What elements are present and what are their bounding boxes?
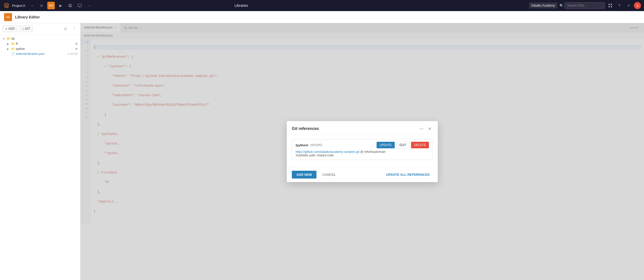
- play-icon-btn[interactable]: ▶: [57, 2, 64, 9]
- update-button[interactable]: UPDATE: [377, 142, 395, 148]
- add-new-button[interactable]: ADD NEW: [292, 171, 316, 179]
- file-size: 0.36 KB: [68, 52, 78, 55]
- editor-header-title: Library Editor: [15, 15, 40, 19]
- modal-footer: ADD NEW CANCEL UPDATE ALL REFERENCES: [287, 167, 438, 182]
- more-icon-btn[interactable]: ···: [86, 2, 93, 9]
- git-button[interactable]: ◇ GIT: [19, 25, 33, 32]
- chevron-right-icon: ▶: [7, 48, 10, 50]
- folder-icon: 📁: [11, 47, 15, 51]
- svg-rect-2: [69, 6, 71, 7]
- minimize-button[interactable]: —: [419, 126, 425, 132]
- main-area: + ADD ◇ GIT ⊙ ⋮ ▼ 📁 lib ▶ 📁 R ⊕: [0, 23, 644, 280]
- git-ref-path: /python/: [296, 143, 308, 147]
- git-ref-branch: @ refs/heads/main: [360, 150, 386, 154]
- git-ref-row: /python/ (865aff0) UPDATE EDIT DELETE: [296, 142, 429, 148]
- modal-header: Git references — ✕: [287, 121, 438, 135]
- tree-item-lib[interactable]: ▼ 📁 lib: [0, 36, 80, 41]
- code-icon-btn[interactable]: </>: [47, 2, 55, 9]
- svg-rect-6: [609, 4, 610, 5]
- modal-header-buttons: — ✕: [419, 126, 433, 132]
- git-ref-actions: UPDATE EDIT DELETE: [377, 142, 429, 148]
- modal-backdrop: Git references — ✕ /python/ (865aff0) UP…: [80, 23, 644, 280]
- add-button[interactable]: + ADD: [3, 25, 18, 32]
- modal-body: /python/ (865aff0) UPDATE EDIT DELETE ht…: [287, 135, 438, 167]
- close-button[interactable]: ✕: [427, 126, 433, 132]
- share-icon-btn[interactable]: →: [28, 2, 36, 9]
- apps-grid-icon[interactable]: [607, 2, 614, 9]
- chevron-right-icon: ▶: [7, 43, 10, 45]
- editor-area: external-libraries.json × to_xlsx.py × ✓…: [80, 23, 644, 280]
- help-icon[interactable]: ?: [616, 2, 623, 9]
- tree-item-R[interactable]: ▶ 📁 R ⊕: [0, 41, 80, 46]
- app-logo[interactable]: [3, 2, 10, 9]
- nav-title: Libraries: [234, 4, 248, 8]
- user-avatar[interactable]: 1: [634, 2, 641, 9]
- modal-title: Git references: [292, 126, 319, 131]
- delete-button[interactable]: DELETE: [411, 142, 429, 148]
- nav-right: Dataiku Academy 🔍 ? ↗ 1: [529, 2, 641, 9]
- git-ref-item-python: /python/ (865aff0) UPDATE EDIT DELETE ht…: [292, 139, 433, 160]
- git-ref-hash: (865aff0): [310, 143, 323, 147]
- svg-rect-8: [609, 6, 610, 7]
- git-ref-subfolder: Subfolder path: shared-code: [296, 154, 429, 157]
- git-ref-url-link[interactable]: https://github.com/dataiku/academy-sampl…: [296, 150, 359, 154]
- sidebar-toolbar: + ADD ◇ GIT ⊙ ⋮: [0, 23, 80, 34]
- academy-button[interactable]: Dataiku Academy: [529, 3, 557, 9]
- git-icon: ◇: [22, 27, 24, 30]
- cancel-button[interactable]: CANCEL: [319, 171, 339, 179]
- top-nav-bar: Project A → ⊙ </> ▶ ··· Libraries Dataik…: [0, 0, 644, 11]
- svg-rect-9: [611, 6, 612, 7]
- copy-icon: ⊕: [75, 42, 78, 46]
- edit-button[interactable]: EDIT: [396, 142, 410, 148]
- sidebar-more-icon[interactable]: ⋮: [71, 25, 78, 32]
- git-references-modal: Git references — ✕ /python/ (865aff0) UP…: [287, 121, 438, 182]
- copy-icon: ⊕: [75, 47, 78, 51]
- library-editor-icon: </>: [4, 13, 12, 21]
- settings-icon-btn[interactable]: ⊙: [38, 2, 45, 9]
- file-tree: ▼ 📁 lib ▶ 📁 R ⊕ ▶ 📁 python ⊕ 📄: [0, 34, 80, 280]
- tree-item-python[interactable]: ▶ 📁 python ⊕: [0, 46, 80, 51]
- tree-item-external-libraries[interactable]: 📄 external-libraries.json 0.36 KB: [0, 51, 80, 56]
- file-icon: 📄: [11, 52, 15, 56]
- project-name: Project A: [12, 4, 25, 8]
- update-all-references-button[interactable]: UPDATE ALL REFERENCES: [383, 171, 433, 179]
- search-input[interactable]: [565, 2, 605, 9]
- svg-rect-3: [78, 4, 82, 7]
- search-icon: 🔍: [559, 4, 564, 8]
- monitor-icon-btn[interactable]: [76, 2, 84, 9]
- chevron-down-icon: ▼: [3, 37, 6, 40]
- plus-icon: +: [5, 27, 7, 31]
- folder-icon: 📁: [7, 37, 11, 41]
- editor-header: </> Library Editor: [0, 11, 644, 23]
- activity-icon[interactable]: ↗: [625, 2, 632, 9]
- sidebar-settings-icon[interactable]: ⊙: [62, 25, 69, 32]
- svg-rect-7: [611, 4, 612, 5]
- sidebar: + ADD ◇ GIT ⊙ ⋮ ▼ 📁 lib ▶ 📁 R ⊕: [0, 23, 80, 280]
- git-ref-url-row: https://github.com/dataiku/academy-sampl…: [296, 150, 429, 154]
- folder-icon: 📁: [11, 42, 15, 46]
- user-initial: 1: [636, 4, 638, 8]
- print-icon-btn[interactable]: [66, 2, 74, 9]
